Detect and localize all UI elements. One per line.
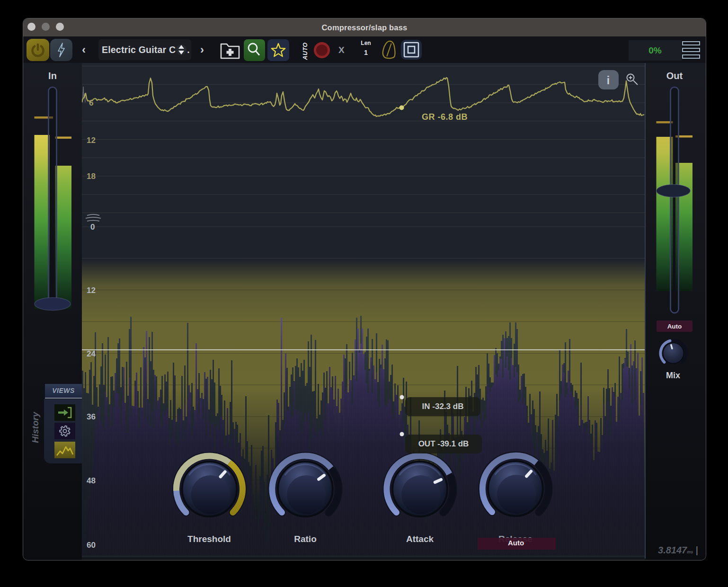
svg-text:6: 6 — [89, 98, 93, 107]
svg-text:Auto: Auto — [508, 539, 524, 547]
svg-text:24: 24 — [87, 349, 96, 358]
svg-text:Attack: Attack — [406, 534, 434, 544]
svg-text:Mix: Mix — [666, 371, 680, 380]
svg-text:12: 12 — [87, 286, 96, 295]
svg-text:36: 36 — [87, 412, 96, 421]
svg-text:48: 48 — [87, 476, 96, 485]
svg-text:60: 60 — [87, 541, 96, 550]
svg-text:0: 0 — [90, 222, 95, 231]
svg-text:Threshold: Threshold — [187, 534, 231, 544]
svg-text:Auto: Auto — [667, 323, 682, 330]
svg-text:12: 12 — [87, 136, 96, 145]
svg-text:Ratio: Ratio — [294, 534, 317, 544]
svg-text:18: 18 — [87, 172, 96, 181]
svg-text:i: i — [607, 74, 610, 87]
svg-text:GR -6.8 dB: GR -6.8 dB — [422, 112, 468, 122]
